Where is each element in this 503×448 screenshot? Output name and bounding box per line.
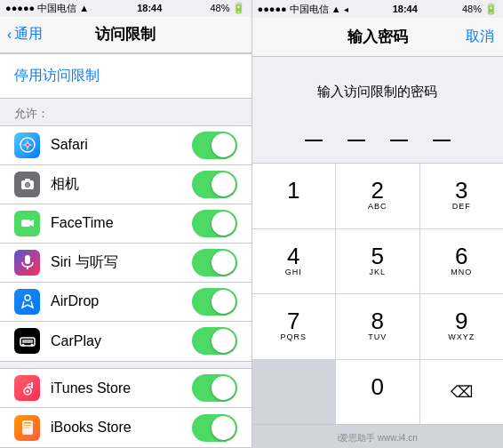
list-item-safari[interactable]: Safari [0,126,252,165]
list-item-siri[interactable]: Siri 与听写 [0,244,252,283]
disable-restrictions-button[interactable]: 停用访问限制 [0,53,252,99]
key-empty-left [252,360,336,425]
key-2-number: 2 [371,179,384,202]
airdrop-label: AirDrop [51,293,192,309]
svg-rect-10 [25,255,30,264]
key-7-letters: PQRS [280,332,307,343]
left-signal-dots: ●●●●● [5,3,35,13]
right-signal-dots: ●●●●● [258,4,287,14]
passcode-dash-3 [390,140,408,141]
airdrop-toggle[interactable] [192,288,237,316]
key-1[interactable]: 1 [252,164,336,228]
right-time: 18:44 [393,4,418,14]
ibooks-toggle[interactable] [192,414,237,442]
key-delete[interactable]: ⌫ [420,360,504,425]
svg-point-3 [26,144,28,147]
list-item-camera[interactable]: 相机 [0,165,252,204]
siri-label: Siri 与听写 [51,253,192,272]
key-8[interactable]: 8 TUV [336,294,419,359]
passcode-input-display [252,118,504,163]
svg-rect-22 [24,425,31,426]
carplay-icon [14,328,40,354]
key-2[interactable]: 2 ABC [336,164,419,228]
key-6-letters: MNO [451,268,472,278]
svg-marker-9 [30,220,34,227]
key-3-letters: DEF [452,202,471,212]
safari-icon [14,132,40,158]
keypad: 1 2 ABC 3 DEF 4 GHI 5 JKL 6 MNO [252,163,504,424]
left-status-bar: ●●●●● 中国电信 ▲ 18:44 48% 🔋 [0,0,252,17]
key-8-letters: TUV [368,332,387,343]
svg-rect-11 [27,267,28,269]
right-battery-pct: 48% [462,4,482,14]
svg-point-12 [25,295,30,300]
carplay-label: CarPlay [51,333,192,349]
key-6[interactable]: 6 MNO [420,229,504,294]
key-4-number: 4 [287,244,299,268]
svg-rect-8 [21,220,30,227]
list-item-airdrop[interactable]: AirDrop [0,283,252,322]
right-battery-icon: 🔋 [484,3,498,15]
siri-toggle[interactable] [192,249,237,276]
safari-toggle[interactable] [192,132,237,159]
itunes-label: iTunes Store [51,380,192,396]
key-2-letters: ABC [368,202,387,212]
key-9-number: 9 [455,309,467,332]
key-1-number: 1 [287,179,299,202]
camera-toggle[interactable] [192,171,237,198]
passcode-prompt-text: 输入访问限制的密码 [252,57,504,118]
key-5-letters: JKL [369,268,386,278]
delete-icon: ⌫ [451,382,473,402]
passcode-dash-1 [305,140,323,141]
store-list-group: iTunes Store iBooks Store [0,368,252,448]
key-9[interactable]: 9 WXYZ [420,294,504,359]
cancel-button[interactable]: 取消 [466,28,494,46]
left-status-left: ●●●●● 中国电信 ▲ [5,2,89,15]
right-gps-icon: ◂ [344,4,348,14]
facetime-icon [14,211,40,236]
facetime-toggle[interactable] [192,210,237,237]
chevron-left-icon: ‹ [7,27,12,43]
list-item-itunes[interactable]: iTunes Store [0,369,252,408]
itunes-icon [14,375,40,401]
key-5[interactable]: 5 JKL [336,229,419,294]
right-panel: ●●●●● 中国电信 ▲ ◂ 18:44 48% 🔋 输入密码 取消 输入访问限… [252,0,504,448]
svg-point-15 [30,343,33,346]
siri-icon [14,250,40,276]
facetime-label: FaceTime [51,215,192,231]
left-battery-icon: 🔋 [232,2,245,14]
key-5-number: 5 [371,244,384,268]
left-wifi-icon: ▲ [79,3,89,13]
itunes-toggle[interactable] [192,374,237,402]
svg-rect-7 [25,179,30,181]
ibooks-label: iBooks Store [51,420,192,436]
back-label: 通用 [14,25,43,44]
svg-point-6 [26,183,29,187]
list-item-carplay[interactable]: CarPlay [0,322,252,361]
key-7[interactable]: 7 PQRS [252,294,336,359]
safari-label: Safari [51,137,192,153]
watermark-text: i爱思助手 www.i4.cn [338,433,418,443]
airdrop-icon [14,289,40,315]
left-nav-title: 访问限制 [95,24,156,44]
key-7-number: 7 [287,309,299,332]
back-button[interactable]: ‹ 通用 [7,25,43,44]
key-4[interactable]: 4 GHI [252,229,336,294]
carplay-toggle[interactable] [192,327,237,355]
right-status-bar: ●●●●● 中国电信 ▲ ◂ 18:44 48% 🔋 [252,0,504,18]
key-3[interactable]: 3 DEF [420,164,504,228]
key-3-number: 3 [455,179,467,202]
left-carrier: 中国电信 [37,2,76,15]
key-0[interactable]: 0 [336,360,419,425]
watermark-bar: i爱思助手 www.i4.cn [252,424,504,448]
list-item-facetime[interactable]: FaceTime [0,204,252,244]
key-4-letters: GHI [285,268,302,278]
left-battery-pct: 48% [210,3,229,13]
passcode-dash-4 [433,140,451,141]
svg-rect-23 [24,428,29,428]
svg-point-18 [26,389,28,392]
svg-rect-16 [22,340,33,343]
right-carrier: 中国电信 [290,3,329,16]
key-0-number: 0 [371,375,384,398]
list-item-ibooks[interactable]: iBooks Store [0,408,252,447]
